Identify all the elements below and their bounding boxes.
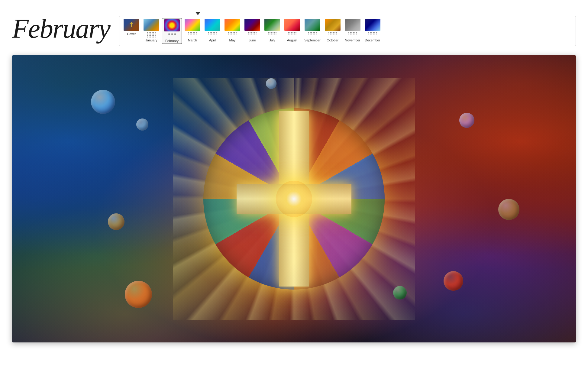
cover-thumb-bg: ✝ (124, 19, 139, 31)
tab-february[interactable]: February (162, 18, 182, 44)
tab-label-december: December (365, 38, 380, 42)
tab-label-october: October (327, 38, 338, 42)
tab-dots-august (288, 32, 296, 37)
tabs-container: ✝ Cover (119, 12, 576, 46)
tab-thumb-june (244, 19, 260, 31)
tab-thumb-october (325, 19, 341, 31)
tab-thumb-march (185, 19, 200, 31)
orb-top-center (266, 78, 276, 89)
tab-dots-october (328, 32, 337, 37)
tab-label-november: November (345, 38, 360, 42)
orb-topleft-large (91, 90, 115, 114)
cross-container (188, 93, 400, 305)
tab-october[interactable]: October (323, 18, 342, 43)
tab-label-june: June (249, 38, 256, 42)
tab-label-september: September (304, 38, 321, 42)
tab-thumb-july (264, 19, 280, 31)
tab-dots-february (168, 33, 176, 38)
tab-dots-january (147, 32, 156, 37)
orb-bottom-right (444, 271, 463, 291)
tabs-arrow (119, 12, 576, 15)
tab-dots-april (208, 32, 217, 37)
tab-may[interactable]: May (223, 18, 242, 43)
month-title: February (12, 12, 110, 42)
tab-thumb-august (284, 19, 300, 31)
tab-thumb-may (225, 19, 240, 31)
tab-label-may: May (229, 38, 236, 42)
tab-thumb-december (365, 19, 380, 31)
tab-thumb-february (164, 19, 180, 31)
tab-dots-december (368, 32, 377, 37)
tab-label-february: February (165, 39, 179, 43)
cross-icon: ✝ (129, 21, 134, 29)
tab-label-january: January (145, 38, 157, 42)
cross-center-glow (276, 181, 312, 217)
orb-left-mid (108, 213, 124, 230)
orb-topleft-small (136, 118, 148, 131)
tab-thumb-april (205, 19, 220, 31)
tab-dots-march (188, 32, 197, 37)
active-tab-arrow (195, 12, 200, 15)
tab-thumb-january (144, 19, 159, 31)
tab-label-july: July (269, 38, 275, 42)
artwork-background (12, 55, 576, 342)
tab-dots-june (248, 32, 257, 37)
orb-bottom-right-green (393, 286, 407, 300)
tabs-row: ✝ Cover (119, 16, 576, 46)
tab-december[interactable]: December (363, 18, 382, 43)
tab-thumb-november (345, 19, 360, 31)
artwork-container (12, 55, 576, 342)
tab-dots-november (348, 32, 357, 37)
tab-june[interactable]: June (243, 18, 262, 43)
tab-label-march: March (188, 38, 197, 42)
tab-november[interactable]: November (343, 18, 362, 43)
tab-september[interactable]: September (302, 18, 322, 43)
tab-label-cover: Cover (127, 32, 136, 36)
tab-january[interactable]: January (142, 18, 161, 43)
tab-thumb-september (305, 19, 320, 31)
tab-dots-may (228, 32, 237, 37)
tab-april[interactable]: April (203, 18, 222, 43)
tab-thumb-cover: ✝ (124, 19, 139, 31)
orb-right-mid-large (498, 199, 519, 220)
tab-march[interactable]: March (183, 18, 202, 43)
tab-dots-july (268, 32, 276, 37)
tab-dots-september (308, 32, 317, 37)
tab-august[interactable]: August (283, 18, 302, 43)
page-container: February ✝ Cover (0, 0, 588, 392)
tab-label-august: August (287, 38, 297, 42)
tab-july[interactable]: July (263, 18, 282, 43)
orb-right-top (459, 113, 474, 128)
top-section: February ✝ Cover (12, 12, 576, 46)
tab-cover[interactable]: ✝ Cover (122, 18, 141, 37)
orb-bottom-left (125, 281, 152, 308)
tab-label-april: April (209, 38, 216, 42)
